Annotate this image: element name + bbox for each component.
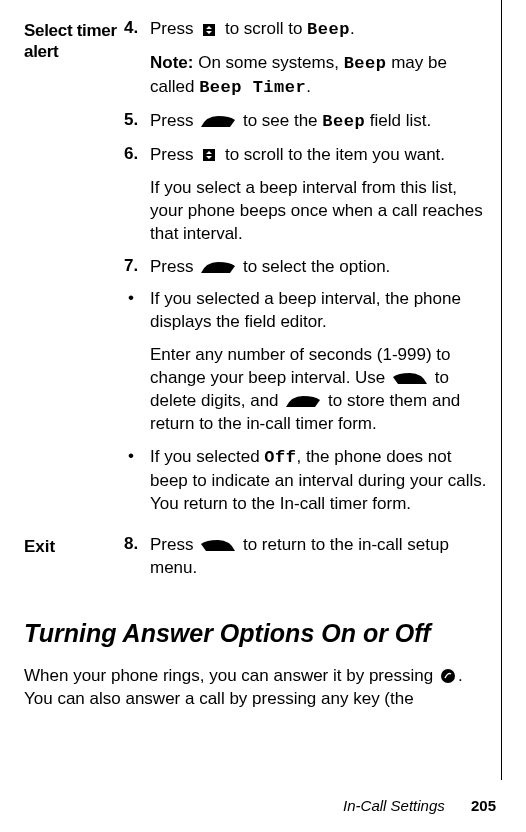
send-key-icon xyxy=(440,668,456,684)
section-heading: Turning Answer Options On or Off xyxy=(24,618,492,648)
bullet-dot-icon: • xyxy=(124,288,150,334)
step-4-note: Note: On some systems, Beep may be calle… xyxy=(150,52,492,100)
softkey-left-icon xyxy=(392,372,428,385)
step-4-number: 4. xyxy=(124,18,150,42)
step-4-end: . xyxy=(350,19,355,38)
step-6-pre: Press xyxy=(150,145,198,164)
left-label-exit: Exit xyxy=(24,534,124,557)
vertical-divider xyxy=(501,0,502,780)
note-beep: Beep xyxy=(344,54,387,73)
step-7: 7. Press to select the option. xyxy=(124,256,492,279)
step-5: 5. Press to see the Beep field list. xyxy=(124,110,492,134)
step-5-pre: Press xyxy=(150,111,198,130)
step-6: 6. Press to scroll to the item you want. xyxy=(124,144,492,167)
softkey-right-icon xyxy=(200,115,236,128)
step-4: 4. Press to scroll to Beep. xyxy=(124,18,492,42)
softkey-right-icon xyxy=(200,261,236,274)
note-end: . xyxy=(306,77,311,96)
note-beep-timer: Beep Timer xyxy=(199,78,306,97)
step-6-number: 6. xyxy=(124,144,150,167)
bullet-dot-icon: • xyxy=(124,446,150,516)
footer-page-number: 205 xyxy=(471,797,496,814)
step-5-beep: Beep xyxy=(322,112,365,131)
note-label: Note: xyxy=(150,53,198,72)
page-footer: In-Call Settings 205 xyxy=(343,797,496,814)
step-6-sub: If you select a beep interval from this … xyxy=(150,177,492,246)
step-5-post-b: field list. xyxy=(365,111,431,130)
updown-key-icon xyxy=(200,23,218,37)
step-7-number: 7. xyxy=(124,256,150,279)
body-paragraph: When your phone rings, you can answer it… xyxy=(24,665,492,711)
step-5-number: 5. xyxy=(124,110,150,134)
bullet-off: • If you selected Off, the phone does no… xyxy=(124,446,492,516)
svg-point-0 xyxy=(441,669,455,683)
bullet-beep-interval: • If you selected a beep interval, the p… xyxy=(124,288,492,334)
step-5-post-a: to see the xyxy=(238,111,322,130)
body-a: When your phone rings, you can answer it… xyxy=(24,666,438,685)
step-7-pre: Press xyxy=(150,257,198,276)
bullet-1-sub: Enter any number of seconds (1-999) to c… xyxy=(150,344,492,436)
b2-a: If you selected xyxy=(150,447,264,466)
b2-off: Off xyxy=(264,448,296,467)
step-7-post: to select the option. xyxy=(238,257,390,276)
step-6-post: to scroll to the item you want. xyxy=(220,145,445,164)
step-4-pre: Press xyxy=(150,19,198,38)
softkey-left-icon xyxy=(200,539,236,552)
step-8: 8. Press to return to the in-call setup … xyxy=(124,534,492,580)
note-text-a: On some systems, xyxy=(198,53,343,72)
footer-section: In-Call Settings xyxy=(343,797,445,814)
step-8-number: 8. xyxy=(124,534,150,580)
bullet-1-text: If you selected a beep interval, the pho… xyxy=(150,288,492,334)
softkey-right-icon xyxy=(285,395,321,408)
step-4-beep: Beep xyxy=(307,20,350,39)
left-label-select-timer-alert: Select timer alert xyxy=(24,18,124,63)
updown-key-icon xyxy=(200,148,218,162)
step-8-pre: Press xyxy=(150,535,198,554)
step-4-post-a: to scroll to xyxy=(220,19,307,38)
